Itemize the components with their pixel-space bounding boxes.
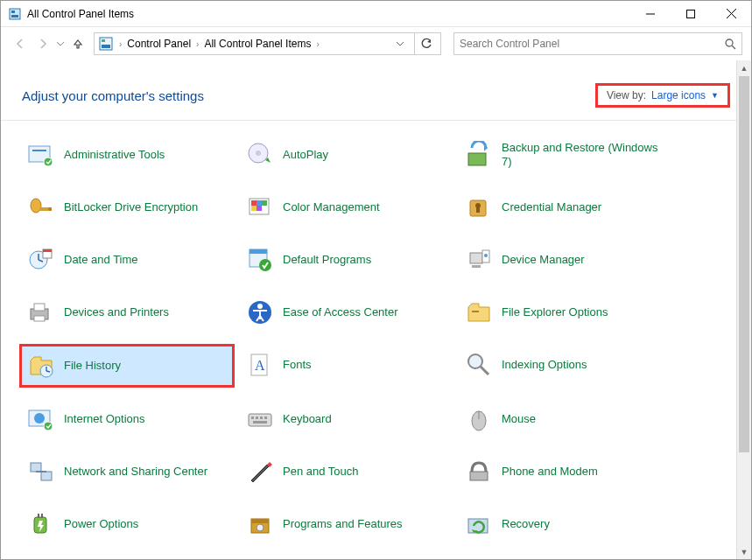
network-icon [27, 458, 55, 486]
mouse-icon [465, 405, 493, 433]
item-label: File Explorer Options [502, 305, 608, 319]
programs-features-icon [246, 510, 274, 538]
scrollbar-thumb[interactable] [739, 76, 749, 452]
recovery-icon [465, 510, 493, 538]
svg-rect-39 [472, 265, 481, 268]
view-by-label: View by: [607, 89, 646, 102]
svg-point-53 [468, 354, 482, 368]
svg-rect-23 [257, 200, 262, 206]
item-label: Network and Sharing Center [64, 465, 207, 479]
svg-rect-69 [470, 472, 488, 480]
svg-rect-72 [41, 514, 43, 518]
item-power-options[interactable]: Power Options [22, 506, 241, 542]
breadcrumb-sep: › [194, 39, 200, 49]
up-button[interactable] [67, 33, 88, 54]
item-label: Fonts [283, 358, 312, 372]
item-device-manager[interactable]: Device Manager [460, 242, 713, 278]
svg-rect-25 [251, 206, 257, 211]
default-programs-icon [246, 246, 274, 274]
item-default-programs[interactable]: Default Programs [241, 242, 460, 278]
item-label: Mouse [502, 412, 536, 426]
item-phone-modem[interactable]: Phone and Modem [460, 453, 713, 490]
svg-rect-61 [260, 416, 263, 419]
svg-rect-2 [11, 15, 18, 18]
svg-point-46 [257, 304, 263, 309]
back-button[interactable] [10, 33, 31, 54]
item-label: Indexing Options [502, 358, 587, 372]
refresh-button[interactable] [414, 33, 437, 54]
svg-rect-60 [256, 416, 258, 419]
svg-line-50 [46, 371, 50, 372]
svg-rect-62 [264, 416, 267, 419]
svg-point-16 [256, 150, 261, 156]
svg-rect-63 [253, 421, 267, 424]
internet-options-icon [27, 405, 55, 433]
item-label: Default Programs [283, 253, 371, 267]
item-autoplay[interactable]: AutoPlay [241, 136, 460, 173]
svg-point-57 [44, 422, 53, 430]
minimize-button[interactable] [630, 1, 671, 27]
control-panel-window: All Control Panel Items [0, 0, 752, 560]
bitlocker-icon [27, 193, 55, 221]
search-placeholder: Search Control Panel [460, 38, 725, 50]
view-by-control[interactable]: View by: Large icons ▼ [595, 83, 730, 108]
item-pen-touch[interactable]: Pen and Touch [241, 453, 460, 490]
svg-point-41 [484, 254, 488, 257]
item-ease-of-access[interactable]: Ease of Access Center [241, 294, 460, 331]
svg-rect-13 [32, 150, 46, 151]
scroll-down-button[interactable]: ▼ [737, 544, 751, 559]
maximize-button[interactable] [671, 1, 711, 27]
control-panel-icon [98, 36, 114, 52]
svg-rect-0 [10, 9, 20, 19]
item-backup-restore[interactable]: Backup and Restore (Windows 7) [460, 136, 713, 173]
item-network-sharing[interactable]: Network and Sharing Center [22, 453, 241, 490]
item-administrative-tools[interactable]: Administrative Tools [22, 136, 241, 173]
item-mouse[interactable]: Mouse [460, 401, 713, 438]
device-mgr-icon [465, 246, 493, 274]
search-icon[interactable] [725, 38, 736, 50]
vertical-scrollbar[interactable]: ▲ ▼ [736, 60, 751, 559]
item-programs-features[interactable]: Programs and Features [241, 506, 460, 542]
address-dropdown[interactable] [397, 42, 412, 46]
item-color-management[interactable]: Color Management [241, 189, 460, 226]
breadcrumb-sep: › [314, 39, 320, 49]
phone-modem-icon [465, 458, 493, 486]
item-devices-printers[interactable]: Devices and Printers [22, 294, 241, 331]
power-options-icon [27, 510, 55, 538]
svg-rect-1 [11, 10, 15, 13]
item-file-history[interactable]: File History [22, 346, 232, 385]
item-bitlocker[interactable]: BitLocker Drive Encryption [22, 189, 241, 226]
svg-rect-67 [41, 472, 52, 480]
item-file-explorer-options[interactable]: File Explorer Options [460, 294, 713, 331]
item-keyboard[interactable]: Keyboard [241, 401, 460, 438]
svg-rect-66 [31, 463, 41, 472]
item-label: Color Management [283, 200, 380, 214]
item-label: Recovery [502, 517, 550, 531]
color-mgmt-icon [246, 193, 274, 221]
svg-rect-26 [257, 206, 262, 211]
item-label: Date and Time [64, 253, 138, 267]
admin-tools-icon [27, 141, 55, 169]
scroll-up-button[interactable]: ▲ [737, 60, 751, 75]
svg-rect-24 [262, 200, 267, 206]
item-label: Credential Manager [502, 200, 601, 214]
item-credential-manager[interactable]: Credential Manager [460, 189, 713, 226]
search-box[interactable]: Search Control Panel [453, 32, 742, 55]
forward-button[interactable] [32, 33, 53, 54]
item-fonts[interactable]: A Fonts [241, 346, 460, 383]
item-internet-options[interactable]: Internet Options [22, 401, 241, 438]
breadcrumb-all-items[interactable]: All Control Panel Items [200, 36, 314, 52]
item-indexing-options[interactable]: Indexing Options [460, 346, 713, 383]
svg-rect-47 [472, 311, 479, 312]
content-area: Administrative Tools AutoPlay Backup and… [1, 121, 751, 560]
svg-rect-22 [251, 200, 257, 206]
breadcrumb-control-panel[interactable]: Control Panel [123, 36, 194, 52]
titlebar: All Control Panel Items [1, 1, 751, 27]
svg-rect-17 [468, 153, 486, 165]
item-recovery[interactable]: Recovery [460, 506, 713, 542]
svg-rect-74 [251, 519, 269, 523]
close-button[interactable] [711, 1, 751, 27]
item-date-time[interactable]: Date and Time [22, 242, 241, 278]
address-bar[interactable]: › Control Panel › All Control Panel Item… [94, 32, 441, 55]
recent-locations-dropdown[interactable] [55, 42, 66, 46]
